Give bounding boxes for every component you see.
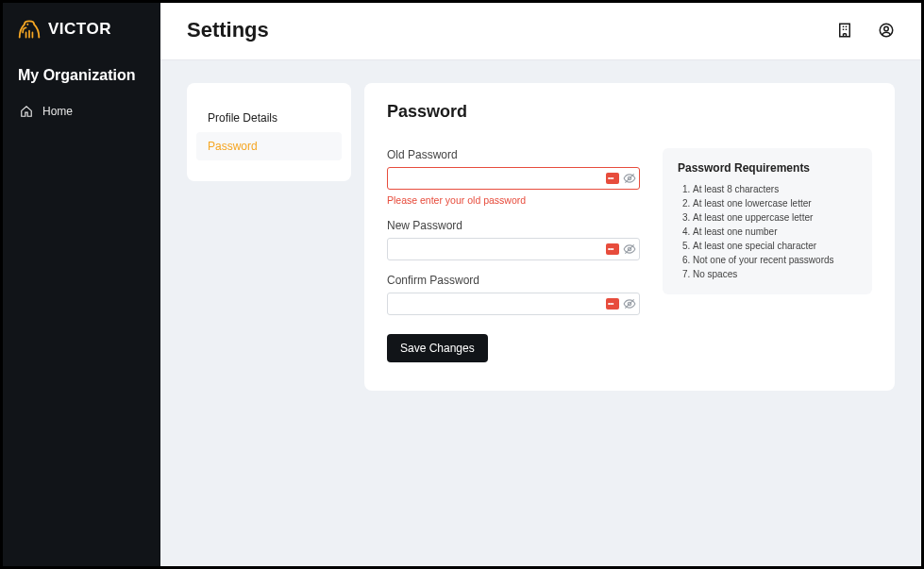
save-changes-button[interactable]: Save Changes bbox=[387, 334, 488, 362]
sidebar: VICTOR My Organization Home bbox=[3, 3, 160, 566]
requirements-list: At least 8 characters At least one lower… bbox=[678, 182, 857, 281]
svg-rect-1 bbox=[840, 24, 850, 37]
topbar: Settings bbox=[160, 3, 921, 60]
requirement-item: At least one uppercase letter bbox=[693, 210, 857, 225]
building-icon[interactable] bbox=[836, 22, 853, 39]
requirement-item: At least one lowercase letter bbox=[693, 196, 857, 210]
brand-name: VICTOR bbox=[48, 20, 111, 39]
password-requirements: Password Requirements At least 8 charact… bbox=[663, 148, 872, 294]
new-password-label: New Password bbox=[387, 219, 640, 232]
old-password-label: Old Password bbox=[387, 148, 640, 161]
sidebar-item-home[interactable]: Home bbox=[3, 97, 160, 126]
requirement-item: Not one of your recent passwords bbox=[693, 253, 857, 267]
requirement-item: At least one special character bbox=[693, 239, 857, 253]
eye-off-icon[interactable] bbox=[623, 243, 636, 256]
content: Profile Details Password Password Old Pa… bbox=[160, 60, 921, 413]
requirement-item: No spaces bbox=[693, 267, 857, 281]
tab-profile-details[interactable]: Profile Details bbox=[196, 104, 342, 132]
tab-password[interactable]: Password bbox=[196, 132, 342, 160]
brand-logo[interactable]: VICTOR bbox=[3, 18, 160, 58]
lion-logo-icon bbox=[16, 18, 42, 41]
password-key-icon bbox=[606, 298, 619, 310]
old-password-error: Please enter your old password bbox=[387, 194, 640, 206]
sidebar-item-label: Home bbox=[42, 105, 73, 118]
requirement-item: At least one number bbox=[693, 225, 857, 239]
user-circle-icon[interactable] bbox=[878, 22, 895, 39]
old-password-field: Old Password bbox=[387, 148, 640, 206]
new-password-field: New Password bbox=[387, 219, 640, 260]
password-form: Old Password bbox=[387, 148, 640, 362]
card-title: Password bbox=[387, 102, 872, 122]
old-password-input[interactable] bbox=[387, 167, 640, 190]
confirm-password-field: Confirm Password bbox=[387, 274, 640, 315]
confirm-password-label: Confirm Password bbox=[387, 274, 640, 287]
password-key-icon bbox=[606, 243, 619, 255]
svg-point-10 bbox=[884, 26, 889, 31]
requirements-title: Password Requirements bbox=[678, 161, 857, 175]
main-area: Settings Profile Details Passwor bbox=[160, 3, 921, 566]
requirement-item: At least 8 characters bbox=[693, 182, 857, 196]
password-key-icon bbox=[606, 173, 619, 184]
org-title: My Organization bbox=[3, 58, 160, 97]
home-icon bbox=[20, 105, 33, 118]
settings-tabs: Profile Details Password bbox=[187, 83, 351, 181]
page-title: Settings bbox=[187, 18, 269, 42]
password-card: Password Old Password bbox=[364, 83, 895, 391]
new-password-input[interactable] bbox=[387, 238, 640, 260]
eye-off-icon[interactable] bbox=[623, 297, 636, 310]
svg-point-0 bbox=[26, 24, 28, 25]
eye-off-icon[interactable] bbox=[623, 172, 636, 185]
confirm-password-input[interactable] bbox=[387, 293, 640, 315]
topbar-actions bbox=[836, 22, 895, 39]
